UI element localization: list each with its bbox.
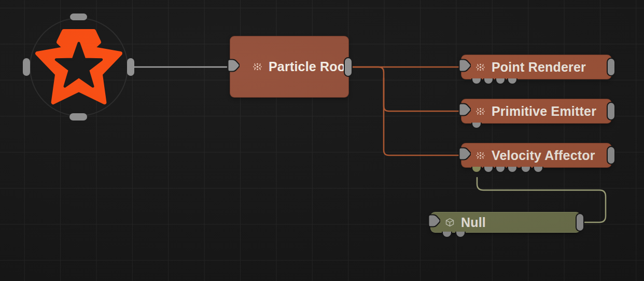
particles-icon [475, 62, 485, 72]
output-port[interactable] [607, 146, 615, 165]
output-port[interactable] [607, 102, 615, 121]
wire-particle-root-to-primitive-emitter[interactable] [352, 67, 458, 111]
node-particle-root[interactable]: Particle Root [230, 36, 349, 98]
node-label: Primitive Emitter [492, 105, 596, 118]
output-port[interactable] [576, 213, 584, 232]
node-primitive-emitter[interactable]: Primitive Emitter [461, 99, 612, 124]
node-graph-canvas[interactable]: Particle Root Point Renderer [0, 0, 644, 281]
particles-icon [475, 106, 485, 116]
input-port-arrow[interactable] [458, 103, 471, 119]
node-label: Velocity Affector [492, 149, 595, 162]
output-port[interactable] [607, 58, 615, 76]
particles-icon [475, 151, 485, 160]
node-velocity-affector[interactable]: Velocity Affector [461, 143, 612, 168]
node-label: Particle Root [269, 60, 350, 73]
input-port-arrow[interactable] [227, 59, 240, 75]
input-port-arrow[interactable] [458, 147, 471, 164]
node-label: Point Renderer [492, 61, 586, 74]
node-label: Null [461, 216, 486, 229]
node-null[interactable]: Null [430, 212, 581, 233]
input-port-arrow[interactable] [428, 214, 440, 231]
wire-particle-root-to-velocity-affector[interactable] [384, 78, 458, 155]
node-point-renderer[interactable]: Point Renderer [461, 55, 612, 79]
output-port[interactable] [344, 57, 353, 77]
cube-icon [445, 218, 455, 228]
input-port-arrow[interactable] [458, 59, 471, 75]
particles-icon [253, 62, 262, 72]
